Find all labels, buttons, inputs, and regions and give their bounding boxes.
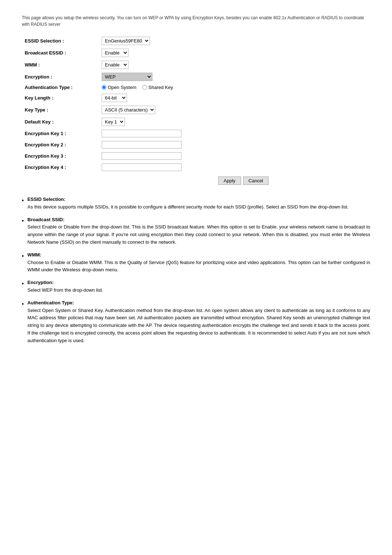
default-key-select[interactable]: Key 1 Key 2 Key 3 Key 4 [102,118,125,126]
bullet-auth: Authentication Type: Select Open System … [22,299,370,345]
enc-key1-row: Encryption Key 1 : [22,128,269,139]
key-type-label: Key Type : [22,104,94,116]
key-length-row: Key Length : 64-bit 128-bit [22,92,269,104]
bullet-wmm: WMM: Choose to Enable or Disable WMM. Th… [22,251,370,274]
enc-key2-row: Encryption Key 2 : [22,139,269,150]
bullet-broadcast-content: Broadcast SSID: Select Enable or Disable… [28,216,370,246]
enc-key4-row: Encryption Key 4 : [22,162,269,173]
enc-key3-input[interactable] [102,152,181,160]
bullet-wmm-content: WMM: Choose to Enable or Disable WMM. Th… [28,251,370,274]
encryption-label: Encryption : [22,71,94,83]
enc-key4-cell[interactable] [94,162,269,173]
key-type-cell[interactable]: ASCII (5 characters) Hex (10 characters) [94,104,269,116]
default-key-row: Default Key : Key 1 Key 2 Key 3 Key 4 [22,116,269,128]
bullet-encryption-title: Encryption: [28,280,54,285]
cancel-button[interactable]: Cancel [243,177,269,185]
bullet-essid-text: As this device supports multiple SSIDs, … [28,203,349,211]
encryption-cell[interactable]: WEP WPA WPA2 None [94,71,269,83]
bullet-auth-content: Authentication Type: Select Open System … [28,299,370,345]
bullet-auth-text: Select Open System or Shared Key. Authen… [28,307,370,345]
default-key-cell[interactable]: Key 1 Key 2 Key 3 Key 4 [94,116,269,128]
enc-key4-input[interactable] [102,163,181,171]
bullet-essid: ESSID Selection: As this device supports… [22,196,370,211]
wmm-row: WMM : Enable Disable [22,59,269,71]
auth-type-group: Open System Shared Key [102,85,266,90]
key-type-row: Key Type : ASCII (5 characters) Hex (10 … [22,104,269,116]
auth-open-radio[interactable] [102,85,106,90]
intro-paragraph: This page allows you setup the wireless … [22,15,370,28]
bullet-wmm-text: Choose to Enable or Disable WMM. This is… [28,259,370,274]
essid-cell[interactable]: EnGenius59FE80 [94,35,269,47]
enc-key3-cell[interactable] [94,150,269,162]
key-type-select[interactable]: ASCII (5 characters) Hex (10 characters) [102,106,155,114]
key-length-select[interactable]: 64-bit 128-bit [102,94,127,102]
essid-row: ESSID Selection : EnGenius59FE80 [22,35,269,47]
auth-open-label[interactable]: Open System [102,85,136,90]
auth-type-row: Authentication Type : Open System Shared… [22,83,269,92]
broadcast-row: Broadcast ESSID : Enable Disable [22,47,269,59]
enc-key1-cell[interactable] [94,128,269,139]
auth-shared-label[interactable]: Shared Key [142,85,173,90]
auth-open-text: Open System [108,85,136,90]
bullet-encryption-text: Select WEP from the drop-down list. [28,287,103,294]
enc-key2-label: Encryption Key 2 : [22,139,94,150]
essid-label: ESSID Selection : [22,35,94,47]
enc-key1-input[interactable] [102,130,181,137]
auth-type-cell[interactable]: Open System Shared Key [94,83,269,92]
bullet-broadcast-title: Broadcast SSID: [28,217,65,222]
enc-key3-row: Encryption Key 3 : [22,150,269,162]
key-length-cell[interactable]: 64-bit 128-bit [94,92,269,104]
encryption-row: Encryption : WEP WPA WPA2 None [22,71,269,83]
bullet-encryption-content: Encryption: Select WEP from the drop-dow… [28,279,103,294]
bullet-broadcast-text: Select Enable or Disable from the drop-d… [28,223,370,246]
auth-shared-radio[interactable] [142,85,147,90]
help-bullets: ESSID Selection: As this device supports… [22,196,370,345]
enc-key1-label: Encryption Key 1 : [22,128,94,139]
broadcast-select[interactable]: Enable Disable [102,49,128,57]
bullet-wmm-title: WMM: [28,252,41,258]
default-key-label: Default Key : [22,116,94,128]
bullet-encryption: Encryption: Select WEP from the drop-dow… [22,279,370,294]
enc-key2-cell[interactable] [94,139,269,150]
enc-key3-label: Encryption Key 3 : [22,150,94,162]
essid-select[interactable]: EnGenius59FE80 [102,37,150,45]
enc-key4-label: Encryption Key 4 : [22,162,94,173]
auth-type-label: Authentication Type : [22,83,94,92]
bullet-essid-content: ESSID Selection: As this device supports… [28,196,349,211]
wmm-select[interactable]: Enable Disable [102,61,128,69]
auth-shared-text: Shared Key [148,85,173,90]
broadcast-label: Broadcast ESSID : [22,47,94,59]
bullet-broadcast: Broadcast SSID: Select Enable or Disable… [22,216,370,246]
key-length-label: Key Length : [22,92,94,104]
settings-form: ESSID Selection : EnGenius59FE80 Broadca… [22,35,269,173]
apply-button[interactable]: Apply [218,177,241,185]
wmm-cell[interactable]: Enable Disable [94,59,269,71]
encryption-select[interactable]: WEP WPA WPA2 None [102,73,152,81]
broadcast-cell[interactable]: Enable Disable [94,47,269,59]
button-row: Apply Cancel [22,177,269,185]
wmm-label: WMM : [22,59,94,71]
bullet-essid-title: ESSID Selection: [28,197,66,202]
enc-key2-input[interactable] [102,141,181,149]
bullet-auth-title: Authentication Type: [28,300,74,305]
